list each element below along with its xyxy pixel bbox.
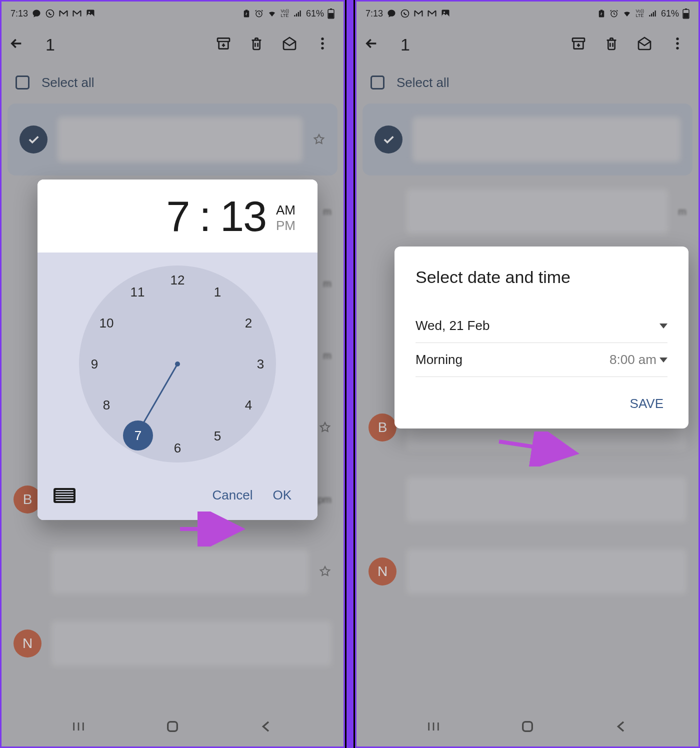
svg-rect-20: [572, 38, 584, 42]
recents-button[interactable]: [70, 718, 86, 736]
select-all-row[interactable]: Select all: [356, 64, 698, 102]
date-label: Wed, 21 Feb: [416, 318, 490, 334]
hour-9[interactable]: 9: [83, 352, 106, 376]
hour-6[interactable]: 6: [166, 436, 189, 460]
home-button[interactable]: [520, 718, 536, 736]
nav-bar: [2, 708, 344, 746]
app-bar: 1: [356, 26, 698, 64]
gmail-m-icon-2: [427, 8, 437, 18]
keyboard-toggle-icon[interactable]: [54, 488, 76, 503]
hour-11[interactable]: 11: [126, 280, 149, 304]
select-all-checkbox[interactable]: [16, 76, 30, 90]
email-item[interactable]: m: [356, 176, 698, 248]
whatsapp-icon: [400, 8, 410, 18]
hour-7-selected[interactable]: 7: [123, 420, 153, 450]
svg-rect-5: [328, 13, 334, 18]
back-button[interactable]: [364, 36, 380, 54]
time-suffix: m: [323, 206, 332, 218]
hour-4[interactable]: 4: [237, 394, 260, 416]
battery-text: 61%: [661, 8, 679, 19]
ok-button[interactable]: OK: [262, 484, 302, 506]
delete-button[interactable]: [248, 36, 264, 54]
volte-icon: Vo))LTE: [636, 9, 644, 18]
alarm-icon: [254, 9, 264, 18]
hour-3[interactable]: 3: [249, 352, 272, 376]
svg-point-8: [321, 38, 324, 40]
am-toggle[interactable]: AM: [276, 202, 296, 218]
clock-face[interactable]: 12 1 2 3 4 5 6 7 8 9 10 11: [79, 266, 276, 462]
phone-right: 7:13 Vo))LTE 61% 1 Select all: [355, 0, 700, 748]
preset-label: Morning: [416, 352, 462, 368]
nav-back-button[interactable]: [614, 718, 630, 736]
select-all-label: Select all: [42, 75, 94, 90]
hour-1[interactable]: 1: [206, 280, 229, 304]
chat-bubble-icon: [386, 8, 396, 18]
mark-read-button[interactable]: [636, 36, 652, 54]
hour-10[interactable]: 10: [95, 312, 118, 334]
svg-point-9: [321, 42, 324, 44]
status-bar: 7:13: [2, 2, 344, 26]
save-button[interactable]: SAVE: [416, 396, 668, 412]
svg-point-2: [88, 12, 90, 13]
star-icon[interactable]: [312, 133, 326, 146]
archive-button[interactable]: [216, 36, 232, 54]
star-icon[interactable]: [318, 421, 332, 434]
chat-bubble-icon: [32, 8, 42, 18]
signal-icon: [648, 9, 658, 18]
home-button[interactable]: [164, 718, 180, 736]
gmail-m-icon-2: [72, 8, 82, 18]
svg-point-22: [676, 42, 678, 44]
selected-count: 1: [400, 35, 410, 54]
recents-button[interactable]: [426, 718, 442, 736]
time-suffix: m: [323, 278, 332, 290]
select-all-label: Select all: [396, 75, 450, 90]
hour-2[interactable]: 2: [237, 312, 260, 334]
time-preset-row[interactable]: Morning 8:00 am: [416, 343, 668, 377]
datetime-dialog: Select date and time Wed, 21 Feb Morning…: [394, 246, 688, 428]
signal-icon: [292, 9, 302, 18]
battery-saver-icon: [597, 9, 606, 18]
back-button[interactable]: [8, 36, 24, 54]
svg-point-21: [676, 38, 678, 40]
photos-icon: [440, 8, 450, 18]
mark-read-button[interactable]: [282, 36, 298, 54]
whatsapp-icon: [45, 8, 55, 18]
nav-bar: [356, 708, 698, 746]
date-row[interactable]: Wed, 21 Feb: [416, 309, 668, 343]
svg-point-23: [676, 47, 678, 50]
email-item[interactable]: N: [2, 608, 344, 680]
hour-value[interactable]: 7: [166, 194, 190, 238]
selected-count: 1: [46, 35, 55, 54]
overflow-button[interactable]: [314, 36, 330, 54]
email-item[interactable]: [356, 464, 698, 536]
hour-8[interactable]: 8: [95, 394, 118, 416]
phone-left: 7:13: [0, 0, 345, 748]
battery-text: 61%: [306, 8, 324, 19]
avatar-n: N: [14, 630, 42, 658]
email-item[interactable]: N: [356, 536, 698, 608]
delete-button[interactable]: [604, 36, 620, 54]
chevron-down-icon: [660, 358, 668, 362]
archive-button[interactable]: [570, 36, 586, 54]
select-all-checkbox[interactable]: [370, 76, 384, 90]
nav-back-button[interactable]: [258, 718, 274, 736]
svg-point-13: [402, 10, 409, 18]
email-item-selected[interactable]: [362, 104, 692, 176]
star-icon[interactable]: [318, 565, 332, 578]
svg-point-15: [444, 12, 445, 13]
cancel-button[interactable]: Cancel: [202, 484, 262, 506]
app-bar: 1: [2, 26, 344, 64]
overflow-button[interactable]: [670, 36, 686, 54]
hour-5[interactable]: 5: [206, 424, 229, 448]
email-item[interactable]: [2, 536, 344, 608]
time-picker-dialog: 7 : 13 AM PM 12 1 2 3 4 5 6 7 8 9 1: [38, 180, 318, 520]
hour-12[interactable]: 12: [166, 268, 189, 292]
svg-rect-7: [218, 38, 230, 42]
email-item-selected[interactable]: [8, 104, 338, 176]
selected-check-icon: [20, 126, 48, 154]
select-all-row[interactable]: Select all: [2, 64, 344, 102]
minute-value[interactable]: 13: [220, 194, 266, 238]
svg-rect-25: [523, 722, 532, 732]
pm-toggle[interactable]: PM: [276, 218, 296, 234]
volte-icon: Vo))LTE: [280, 9, 289, 18]
